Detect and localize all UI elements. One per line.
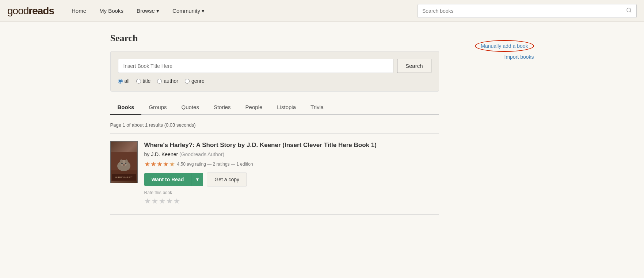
tab-trivia[interactable]: Trivia <box>303 100 331 115</box>
tab-people[interactable]: People <box>238 100 270 115</box>
radio-genre-label: genre <box>191 78 205 84</box>
star-5: ★ <box>169 160 175 168</box>
nav-search-bar <box>418 4 637 18</box>
want-to-read-button[interactable]: Want to Read <box>144 173 191 186</box>
results-divider <box>110 134 439 134</box>
results-count: Page 1 of about 1 results (0.03 seconds) <box>110 122 439 128</box>
radio-author-input[interactable] <box>157 79 162 84</box>
stars-row: ★ ★ ★ ★ ★ 4.50 avg rating — 2 ratings — … <box>144 160 439 168</box>
star-2: ★ <box>150 160 156 168</box>
star-3: ★ <box>157 160 163 168</box>
search-input[interactable] <box>418 5 622 17</box>
bottom-divider <box>110 214 439 215</box>
radio-genre[interactable]: genre <box>185 78 205 84</box>
chevron-down-icon: ▼ <box>195 177 199 182</box>
nav-my-books[interactable]: My Books <box>93 8 130 14</box>
rating-stars: ★ ★ ★ ★ ★ <box>144 160 175 168</box>
svg-point-10 <box>123 164 125 166</box>
radio-author-label: author <box>164 78 178 84</box>
tab-groups[interactable]: Groups <box>141 100 174 115</box>
radio-title[interactable]: title <box>136 78 151 84</box>
buttons-row: Want to Read ▼ Get a copy <box>144 173 439 186</box>
svg-point-8 <box>121 163 123 164</box>
rate-star-1[interactable]: ★ <box>144 197 151 205</box>
radio-all[interactable]: all <box>118 78 130 84</box>
radio-options-row: all title author genre <box>118 78 431 84</box>
book-author: by J.D. Keener (Goodreads Author) <box>144 151 439 157</box>
rate-star-3[interactable]: ★ <box>159 197 165 205</box>
site-logo[interactable]: goodreads <box>7 5 54 17</box>
tabs-row: Books Groups Quotes Stories People Listo… <box>110 100 439 115</box>
author-badge: (Goodreads Author) <box>179 151 224 157</box>
radio-title-label: title <box>143 78 151 84</box>
nav-home[interactable]: Home <box>65 8 93 14</box>
rate-star-2[interactable]: ★ <box>152 197 158 205</box>
star-4: ★ <box>163 160 169 168</box>
radio-all-label: all <box>125 78 130 84</box>
nav-community[interactable]: Community ▾ <box>166 8 211 14</box>
rate-star-5[interactable]: ★ <box>174 197 180 205</box>
book-title[interactable]: Where's Harley?: A Short Story by J.D. K… <box>144 141 439 149</box>
rate-star-4[interactable]: ★ <box>166 197 173 205</box>
import-books-link[interactable]: Import books <box>454 54 534 60</box>
rate-book-label: Rate this book <box>144 190 439 195</box>
svg-line-1 <box>630 11 631 12</box>
tab-quotes[interactable]: Quotes <box>174 100 206 115</box>
table-row: WHERE'S HARLEY? Where's Harley?: A Short… <box>110 141 439 205</box>
search-box-container: Search all title author genre <box>110 51 439 92</box>
search-icon-button[interactable] <box>622 4 636 18</box>
navbar: goodreads Home My Books Browse ▾ Communi… <box>0 0 644 22</box>
want-to-read-group: Want to Read ▼ <box>144 173 203 186</box>
book-cover-image: WHERE'S HARLEY? <box>111 152 137 181</box>
book-search-input[interactable] <box>118 59 393 73</box>
manually-add-book-link[interactable]: Manually add a book <box>475 40 534 52</box>
tab-listopia[interactable]: Listopia <box>270 100 303 115</box>
rate-stars: ★ ★ ★ ★ ★ <box>144 197 439 205</box>
main-container: Search Search all title author <box>103 22 541 225</box>
radio-genre-input[interactable] <box>185 79 190 84</box>
nav-menu: Home My Books Browse ▾ Community ▾ <box>65 8 418 14</box>
content-area: Search Search all title author <box>110 33 439 215</box>
search-icon <box>626 7 632 13</box>
radio-all-input[interactable] <box>118 79 123 84</box>
author-link[interactable]: J.D. Keener <box>151 151 178 157</box>
book-info: Where's Harley?: A Short Story by J.D. K… <box>144 141 439 205</box>
search-button[interactable]: Search <box>397 59 431 73</box>
tab-books[interactable]: Books <box>110 100 142 115</box>
book-cover[interactable]: WHERE'S HARLEY? <box>110 141 138 183</box>
get-copy-button[interactable]: Get a copy <box>207 173 247 186</box>
star-1: ★ <box>144 160 150 168</box>
rating-text: 4.50 avg rating — 2 ratings — 1 edition <box>177 162 253 167</box>
nav-browse[interactable]: Browse ▾ <box>130 8 166 14</box>
want-to-read-dropdown[interactable]: ▼ <box>191 173 203 186</box>
search-row: Search <box>118 59 431 73</box>
sidebar: Manually add a book Import books <box>454 33 534 215</box>
page-title: Search <box>110 33 439 44</box>
svg-text:WHERE'S HARLEY?: WHERE'S HARLEY? <box>115 176 132 178</box>
svg-point-9 <box>125 163 126 164</box>
radio-author[interactable]: author <box>157 78 178 84</box>
tab-stories[interactable]: Stories <box>206 100 238 115</box>
svg-point-0 <box>627 8 631 12</box>
radio-title-input[interactable] <box>136 79 141 84</box>
